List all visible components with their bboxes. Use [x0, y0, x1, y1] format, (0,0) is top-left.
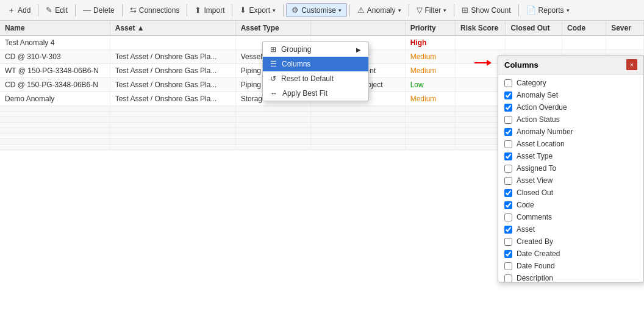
sep-2 [75, 4, 76, 16]
connections-label: Connections [139, 6, 180, 15]
table-cell [0, 123, 110, 128]
column-panel-item[interactable]: Code [498, 199, 643, 211]
columns-panel-close-button[interactable]: × [626, 59, 637, 70]
col-4[interactable] [311, 21, 405, 36]
edit-button[interactable]: ✎ Edit [41, 4, 73, 16]
add-label: Add [18, 6, 30, 15]
column-label: Assigned To [517, 164, 556, 173]
column-label: Asset Location [517, 140, 565, 148]
table-cell [0, 134, 110, 139]
column-panel-item[interactable]: Description [498, 272, 643, 282]
table-cell [311, 128, 405, 134]
table-cell [311, 139, 405, 145]
column-panel-item[interactable]: Anomaly Number [498, 126, 643, 138]
col-closed-out[interactable]: Closed Out [506, 21, 562, 36]
table-cell [110, 134, 235, 139]
column-label: Date Found [517, 262, 555, 270]
table-cell [562, 36, 606, 50]
col-name[interactable]: Name [0, 21, 110, 36]
column-checkbox[interactable] [504, 165, 512, 173]
grouping-menu-item[interactable]: ⊞ Grouping ▶ [263, 42, 368, 57]
table-cell [110, 117, 235, 123]
column-checkbox[interactable] [504, 104, 512, 112]
columns-panel-body: CategoryAnomaly SetAction OverdueAction … [498, 74, 643, 282]
table-cell [405, 123, 455, 128]
column-checkbox[interactable] [504, 250, 512, 258]
column-checkbox[interactable] [504, 128, 512, 136]
anomaly-icon: ⚠ [357, 5, 365, 15]
table-cell [0, 139, 110, 145]
column-panel-item[interactable]: Assigned To [498, 162, 643, 174]
delete-button[interactable]: — Delete [78, 4, 120, 16]
col-code[interactable]: Code [562, 21, 606, 36]
column-checkbox[interactable] [504, 140, 512, 148]
table-cell [606, 36, 644, 50]
table-cell [311, 112, 405, 117]
apply-best-fit-menu-item[interactable]: ↔ Apply Best Fit [263, 86, 368, 101]
customise-button[interactable]: ⚙ Customise ▾ [286, 3, 347, 17]
column-panel-item[interactable]: Anomaly Set [498, 89, 643, 101]
column-panel-item[interactable]: Action Status [498, 113, 643, 126]
columns-menu-item[interactable]: ☰ Columns [263, 57, 368, 71]
column-checkbox[interactable] [504, 238, 512, 246]
column-panel-item[interactable]: Asset Type [498, 150, 643, 162]
reset-menu-item[interactable]: ↺ Reset to Default [263, 71, 368, 86]
column-panel-item[interactable]: Action Overdue [498, 101, 643, 113]
table-cell: Test Asset / Onshore Gas Pla... [110, 64, 235, 78]
table-cell [456, 36, 506, 50]
column-checkbox[interactable] [504, 262, 512, 270]
add-button[interactable]: ＋ Add [2, 3, 35, 18]
column-panel-item[interactable]: Date Created [498, 248, 643, 260]
export-icon: ⬇ [240, 5, 246, 15]
table-cell [235, 145, 311, 150]
column-checkbox[interactable] [504, 177, 512, 185]
column-checkbox[interactable] [504, 152, 512, 160]
column-panel-item[interactable]: Asset [498, 223, 643, 235]
red-arrow [474, 62, 487, 63]
table-cell [311, 123, 405, 128]
column-checkbox[interactable] [504, 79, 512, 87]
col-asset[interactable]: Asset ▲ [110, 21, 235, 36]
connections-icon: ⇆ [130, 5, 137, 15]
column-checkbox[interactable] [504, 213, 512, 221]
table-cell [0, 112, 110, 117]
column-checkbox[interactable] [504, 274, 512, 282]
export-button[interactable]: ⬇ Export ▾ [235, 4, 281, 16]
sep-3 [122, 4, 123, 16]
import-button[interactable]: ⬆ Import [190, 4, 229, 16]
grouping-label: Grouping [281, 45, 311, 54]
show-count-button[interactable]: ⊞ Show Count [457, 4, 515, 16]
col-risk-score[interactable]: Risk Score [456, 21, 506, 36]
column-label: Anomaly Set [517, 91, 558, 99]
column-panel-item[interactable]: Created By [498, 235, 643, 248]
column-checkbox[interactable] [504, 201, 512, 209]
column-panel-item[interactable]: Category [498, 77, 643, 89]
reports-button[interactable]: 📄 Reports ▾ [521, 4, 574, 16]
column-checkbox[interactable] [504, 189, 512, 197]
column-checkbox[interactable] [504, 91, 512, 99]
table-cell [110, 112, 235, 117]
anomaly-button[interactable]: ⚠ Anomaly ▾ [352, 4, 406, 16]
column-checkbox[interactable] [504, 226, 512, 234]
column-panel-item[interactable]: Comments [498, 211, 643, 223]
connections-button[interactable]: ⇆ Connections [125, 4, 185, 16]
delete-icon: — [83, 5, 91, 15]
filter-button[interactable]: ▽ Filter ▾ [412, 4, 452, 16]
column-checkbox[interactable] [504, 116, 512, 124]
reports-icon: 📄 [526, 5, 536, 15]
best-fit-icon: ↔ [270, 89, 277, 98]
column-panel-item[interactable]: Date Found [498, 260, 643, 272]
column-panel-item[interactable]: Asset Location [498, 138, 643, 150]
table-cell [235, 117, 311, 123]
table-cell [405, 139, 455, 145]
column-panel-item[interactable]: Asset View [498, 174, 643, 187]
col-priority[interactable]: Priority [405, 21, 455, 36]
column-panel-item[interactable]: Closed Out [498, 187, 643, 199]
table-cell [235, 123, 311, 128]
column-label: Created By [517, 237, 553, 246]
col-asset-type[interactable]: Asset Type [235, 21, 311, 36]
grouping-chevron: ▶ [356, 46, 361, 53]
reports-chevron: ▾ [567, 7, 570, 13]
table-cell [405, 134, 455, 139]
col-sever[interactable]: Sever [606, 21, 644, 36]
